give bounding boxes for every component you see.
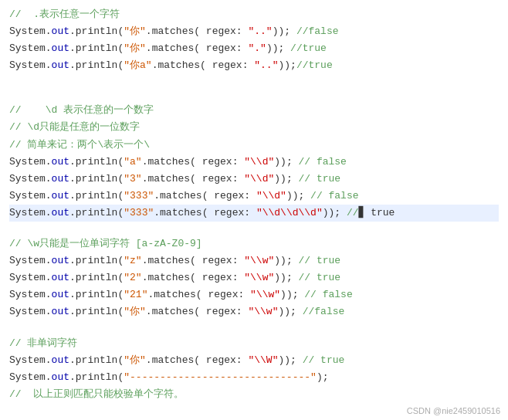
gap2 [9,88,499,102]
code-line: System.out.println("3".matches( regex: "… [9,171,499,188]
gap1 [9,74,499,88]
code-line: System.out.println("a".matches( regex: "… [9,154,499,171]
comment-d2: // \d只能是任意的一位数字 [9,119,499,136]
comment-d3: // 简单来记：两个\表示一个\ [9,137,499,154]
gap4 [9,321,499,335]
comment-d1: // \d 表示任意的一个数字 [9,102,499,119]
comment-dot: // .表示任意一个字符 [9,6,499,23]
comment-end: // 以上正则匹配只能校验单个字符。 [9,386,499,403]
gap3 [9,222,499,235]
code-line: System.out.println("2".matches( regex: "… [9,269,499,286]
code-line: System.out.println("你".matches( regex: "… [9,352,499,369]
code-line: System.out.println("z".matches( regex: "… [9,252,499,269]
comment-w1: // \w只能是一位单词字符 [a-zA-Z0-9] [9,235,499,252]
code-line: System.out.println("--------------------… [9,369,499,386]
code-line: System.out.println("你".matches( regex: "… [9,23,499,40]
code-line: System.out.println("333".matches( regex:… [9,188,499,205]
code-line: System.out.println("你".matches( regex: "… [9,303,499,320]
comment-W1: // 非单词字符 [9,335,499,352]
code-line: System.out.println("21".matches( regex: … [9,286,499,303]
code-area: // .表示任意一个字符 System.out.println("你".matc… [0,0,508,420]
code-line-highlight: System.out.println("333".matches( regex:… [9,205,499,222]
footer-credit: CSDN @nie2459010516 [407,406,500,415]
code-line: System.out.println("你".matches( regex: "… [9,40,499,57]
code-line: System.out.println("你a".matches( regex: … [9,57,499,74]
